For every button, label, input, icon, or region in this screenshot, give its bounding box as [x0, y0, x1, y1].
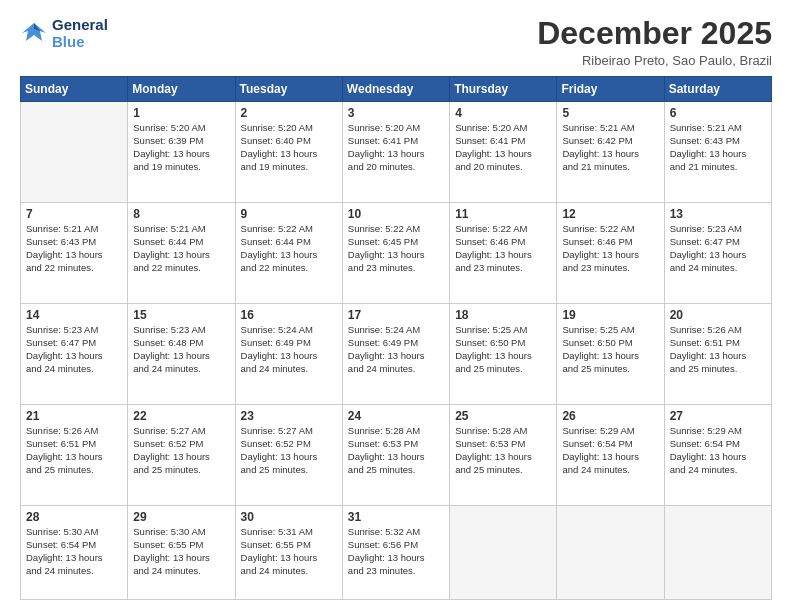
day-info: Sunrise: 5:30 AM Sunset: 6:54 PM Dayligh… — [26, 526, 122, 577]
weekday-header-wednesday: Wednesday — [342, 77, 449, 102]
header: General Blue December 2025 Ribeirao Pret… — [20, 16, 772, 68]
day-info: Sunrise: 5:28 AM Sunset: 6:53 PM Dayligh… — [455, 425, 551, 476]
day-number: 27 — [670, 409, 766, 423]
day-info: Sunrise: 5:25 AM Sunset: 6:50 PM Dayligh… — [562, 324, 658, 375]
day-number: 31 — [348, 510, 444, 524]
calendar-cell: 17Sunrise: 5:24 AM Sunset: 6:49 PM Dayli… — [342, 304, 449, 405]
calendar-cell: 19Sunrise: 5:25 AM Sunset: 6:50 PM Dayli… — [557, 304, 664, 405]
day-info: Sunrise: 5:23 AM Sunset: 6:48 PM Dayligh… — [133, 324, 229, 375]
calendar-cell: 28Sunrise: 5:30 AM Sunset: 6:54 PM Dayli… — [21, 506, 128, 600]
weekday-header-tuesday: Tuesday — [235, 77, 342, 102]
day-info: Sunrise: 5:22 AM Sunset: 6:46 PM Dayligh… — [562, 223, 658, 274]
day-info: Sunrise: 5:27 AM Sunset: 6:52 PM Dayligh… — [241, 425, 337, 476]
day-number: 16 — [241, 308, 337, 322]
day-number: 12 — [562, 207, 658, 221]
calendar-cell: 31Sunrise: 5:32 AM Sunset: 6:56 PM Dayli… — [342, 506, 449, 600]
day-info: Sunrise: 5:23 AM Sunset: 6:47 PM Dayligh… — [26, 324, 122, 375]
logo-text: General Blue — [52, 16, 108, 51]
calendar-cell: 29Sunrise: 5:30 AM Sunset: 6:55 PM Dayli… — [128, 506, 235, 600]
calendar-cell: 16Sunrise: 5:24 AM Sunset: 6:49 PM Dayli… — [235, 304, 342, 405]
day-number: 30 — [241, 510, 337, 524]
day-info: Sunrise: 5:26 AM Sunset: 6:51 PM Dayligh… — [26, 425, 122, 476]
day-info: Sunrise: 5:25 AM Sunset: 6:50 PM Dayligh… — [455, 324, 551, 375]
day-number: 9 — [241, 207, 337, 221]
calendar-cell: 15Sunrise: 5:23 AM Sunset: 6:48 PM Dayli… — [128, 304, 235, 405]
day-info: Sunrise: 5:29 AM Sunset: 6:54 PM Dayligh… — [562, 425, 658, 476]
day-info: Sunrise: 5:20 AM Sunset: 6:41 PM Dayligh… — [348, 122, 444, 173]
calendar-cell: 14Sunrise: 5:23 AM Sunset: 6:47 PM Dayli… — [21, 304, 128, 405]
calendar-cell: 8Sunrise: 5:21 AM Sunset: 6:44 PM Daylig… — [128, 203, 235, 304]
calendar-cell: 3Sunrise: 5:20 AM Sunset: 6:41 PM Daylig… — [342, 102, 449, 203]
title-section: December 2025 Ribeirao Preto, Sao Paulo,… — [537, 16, 772, 68]
day-number: 19 — [562, 308, 658, 322]
weekday-header-monday: Monday — [128, 77, 235, 102]
day-number: 21 — [26, 409, 122, 423]
logo: General Blue — [20, 16, 108, 51]
day-number: 29 — [133, 510, 229, 524]
day-number: 8 — [133, 207, 229, 221]
calendar-cell — [21, 102, 128, 203]
calendar-cell: 18Sunrise: 5:25 AM Sunset: 6:50 PM Dayli… — [450, 304, 557, 405]
day-number: 2 — [241, 106, 337, 120]
calendar-cell: 2Sunrise: 5:20 AM Sunset: 6:40 PM Daylig… — [235, 102, 342, 203]
day-info: Sunrise: 5:21 AM Sunset: 6:43 PM Dayligh… — [26, 223, 122, 274]
calendar-table: SundayMondayTuesdayWednesdayThursdayFrid… — [20, 76, 772, 600]
day-info: Sunrise: 5:21 AM Sunset: 6:42 PM Dayligh… — [562, 122, 658, 173]
calendar-cell: 30Sunrise: 5:31 AM Sunset: 6:55 PM Dayli… — [235, 506, 342, 600]
calendar-cell: 7Sunrise: 5:21 AM Sunset: 6:43 PM Daylig… — [21, 203, 128, 304]
page: General Blue December 2025 Ribeirao Pret… — [0, 0, 792, 612]
day-number: 1 — [133, 106, 229, 120]
calendar-cell: 1Sunrise: 5:20 AM Sunset: 6:39 PM Daylig… — [128, 102, 235, 203]
calendar-week-3: 14Sunrise: 5:23 AM Sunset: 6:47 PM Dayli… — [21, 304, 772, 405]
month-title: December 2025 — [537, 16, 772, 51]
day-number: 23 — [241, 409, 337, 423]
calendar-cell: 6Sunrise: 5:21 AM Sunset: 6:43 PM Daylig… — [664, 102, 771, 203]
weekday-header-row: SundayMondayTuesdayWednesdayThursdayFrid… — [21, 77, 772, 102]
calendar-week-4: 21Sunrise: 5:26 AM Sunset: 6:51 PM Dayli… — [21, 405, 772, 506]
calendar-cell: 21Sunrise: 5:26 AM Sunset: 6:51 PM Dayli… — [21, 405, 128, 506]
day-info: Sunrise: 5:23 AM Sunset: 6:47 PM Dayligh… — [670, 223, 766, 274]
day-number: 3 — [348, 106, 444, 120]
day-info: Sunrise: 5:32 AM Sunset: 6:56 PM Dayligh… — [348, 526, 444, 577]
day-number: 28 — [26, 510, 122, 524]
day-number: 25 — [455, 409, 551, 423]
location: Ribeirao Preto, Sao Paulo, Brazil — [537, 53, 772, 68]
day-info: Sunrise: 5:22 AM Sunset: 6:44 PM Dayligh… — [241, 223, 337, 274]
calendar-cell: 20Sunrise: 5:26 AM Sunset: 6:51 PM Dayli… — [664, 304, 771, 405]
day-number: 6 — [670, 106, 766, 120]
calendar-cell: 13Sunrise: 5:23 AM Sunset: 6:47 PM Dayli… — [664, 203, 771, 304]
day-number: 14 — [26, 308, 122, 322]
day-info: Sunrise: 5:30 AM Sunset: 6:55 PM Dayligh… — [133, 526, 229, 577]
day-info: Sunrise: 5:31 AM Sunset: 6:55 PM Dayligh… — [241, 526, 337, 577]
calendar-cell: 25Sunrise: 5:28 AM Sunset: 6:53 PM Dayli… — [450, 405, 557, 506]
calendar-cell: 9Sunrise: 5:22 AM Sunset: 6:44 PM Daylig… — [235, 203, 342, 304]
day-number: 17 — [348, 308, 444, 322]
day-number: 24 — [348, 409, 444, 423]
weekday-header-sunday: Sunday — [21, 77, 128, 102]
calendar-cell: 10Sunrise: 5:22 AM Sunset: 6:45 PM Dayli… — [342, 203, 449, 304]
day-number: 4 — [455, 106, 551, 120]
day-info: Sunrise: 5:21 AM Sunset: 6:43 PM Dayligh… — [670, 122, 766, 173]
calendar-cell: 26Sunrise: 5:29 AM Sunset: 6:54 PM Dayli… — [557, 405, 664, 506]
day-info: Sunrise: 5:29 AM Sunset: 6:54 PM Dayligh… — [670, 425, 766, 476]
day-number: 5 — [562, 106, 658, 120]
calendar-cell: 12Sunrise: 5:22 AM Sunset: 6:46 PM Dayli… — [557, 203, 664, 304]
calendar-cell: 5Sunrise: 5:21 AM Sunset: 6:42 PM Daylig… — [557, 102, 664, 203]
calendar-cell — [664, 506, 771, 600]
calendar-week-2: 7Sunrise: 5:21 AM Sunset: 6:43 PM Daylig… — [21, 203, 772, 304]
calendar-cell: 11Sunrise: 5:22 AM Sunset: 6:46 PM Dayli… — [450, 203, 557, 304]
calendar-week-1: 1Sunrise: 5:20 AM Sunset: 6:39 PM Daylig… — [21, 102, 772, 203]
calendar-cell: 24Sunrise: 5:28 AM Sunset: 6:53 PM Dayli… — [342, 405, 449, 506]
day-info: Sunrise: 5:26 AM Sunset: 6:51 PM Dayligh… — [670, 324, 766, 375]
calendar-cell: 4Sunrise: 5:20 AM Sunset: 6:41 PM Daylig… — [450, 102, 557, 203]
day-number: 11 — [455, 207, 551, 221]
day-number: 18 — [455, 308, 551, 322]
day-info: Sunrise: 5:24 AM Sunset: 6:49 PM Dayligh… — [241, 324, 337, 375]
calendar-cell: 23Sunrise: 5:27 AM Sunset: 6:52 PM Dayli… — [235, 405, 342, 506]
day-info: Sunrise: 5:22 AM Sunset: 6:45 PM Dayligh… — [348, 223, 444, 274]
calendar-week-5: 28Sunrise: 5:30 AM Sunset: 6:54 PM Dayli… — [21, 506, 772, 600]
day-number: 10 — [348, 207, 444, 221]
logo-icon — [20, 19, 48, 47]
calendar-cell — [450, 506, 557, 600]
day-number: 22 — [133, 409, 229, 423]
